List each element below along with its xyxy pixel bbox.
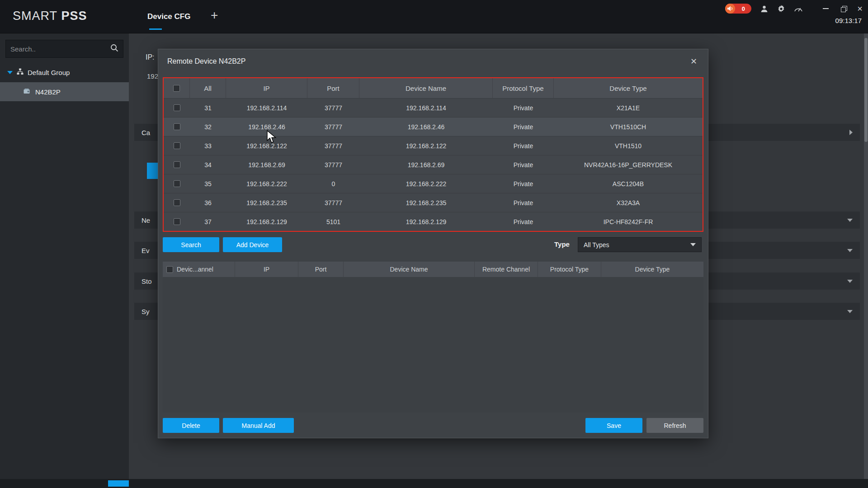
row-checkbox[interactable]: [174, 104, 180, 111]
cell-no: 34: [190, 161, 226, 169]
search-input[interactable]: [10, 45, 110, 53]
speaker-icon: [725, 4, 735, 14]
dialog-title: Remote Device N42B2P: [167, 57, 245, 66]
cell-no: 31: [190, 104, 226, 112]
bg-section-label: Sy: [142, 308, 150, 315]
search-icon: [110, 44, 118, 54]
cell-no: 35: [190, 180, 226, 188]
cell-ip: 192.168.2.69: [226, 161, 307, 169]
discovered-table-header: All IP Port Device Name Protocol Type De…: [164, 78, 703, 98]
row-checkbox[interactable]: [174, 142, 180, 149]
cell-name: 192.168.2.129: [359, 218, 493, 225]
cell-type: VTH1510: [554, 142, 703, 150]
col-device-type: Device Type: [601, 262, 703, 277]
tab-device-cfg[interactable]: Device CFG: [143, 0, 195, 33]
restore-button[interactable]: [839, 4, 848, 13]
device-row[interactable]: 37 192.168.2.129 5101 192.168.2.129 Priv…: [164, 212, 703, 231]
cell-protocol: Private: [493, 104, 554, 112]
sidebar-item-device-n42b2p[interactable]: N42B2P: [0, 82, 129, 101]
settings-gear-icon[interactable]: [777, 4, 786, 13]
cell-name: 192.168.2.222: [359, 180, 493, 188]
cell-type: X32A3A: [554, 199, 703, 206]
col-remote-channel: Remote Channel: [475, 262, 538, 277]
alarm-count: 0: [735, 5, 751, 12]
cell-protocol: Private: [493, 180, 554, 188]
refresh-button[interactable]: Refresh: [646, 418, 703, 433]
select-all-checkbox[interactable]: [173, 85, 180, 92]
cell-name: 192.168.2.114: [359, 104, 493, 112]
tab-label: Device CFG: [147, 12, 190, 21]
bg-section-label: Sto: [142, 277, 152, 285]
device-row[interactable]: 34 192.168.2.69 37777 192.168.2.69 Priva…: [164, 155, 703, 174]
col-protocol-type: Protocol Type: [538, 262, 601, 277]
cell-type: IPC-HF8242F-FR: [554, 218, 703, 225]
cell-name: 192.168.2.122: [359, 142, 493, 150]
scrollbar-thumb[interactable]: [864, 38, 868, 142]
clock-display: 09:13:17: [835, 17, 862, 24]
row-checkbox[interactable]: [174, 123, 180, 130]
cell-port: 37777: [307, 161, 359, 169]
col-ip: IP: [226, 78, 307, 98]
new-tab-button[interactable]: +: [211, 8, 218, 23]
device-row[interactable]: 36 192.168.2.235 37777 192.168.2.235 Pri…: [164, 193, 703, 212]
bg-section-label: Ev: [142, 247, 150, 254]
chevron-down-icon: [847, 219, 853, 222]
save-button[interactable]: Save: [585, 418, 642, 433]
device-row[interactable]: 32 192.168.2.46 37777 192.168.2.46 Priva…: [164, 117, 703, 136]
sidebar-search[interactable]: [5, 40, 123, 58]
cell-ip: 192.168.2.129: [226, 218, 307, 225]
cell-port: 37777: [307, 104, 359, 112]
group-icon: [17, 68, 24, 77]
cell-type: VTH1510CH: [554, 123, 703, 131]
type-dropdown-value: All Types: [584, 241, 609, 249]
col-port: Port: [298, 262, 344, 277]
cell-port: 5101: [307, 218, 359, 225]
cell-protocol: Private: [493, 218, 554, 225]
minimize-button[interactable]: [821, 4, 830, 13]
dashboard-gauge-icon[interactable]: [794, 4, 803, 13]
device-row[interactable]: 31 192.168.2.114 37777 192.168.2.114 Pri…: [164, 98, 703, 117]
bg-ip-value-partial: 192: [147, 72, 158, 80]
bg-section-label: Ne: [142, 216, 150, 224]
cell-type: X21A1E: [554, 104, 703, 112]
delete-button[interactable]: Delete: [163, 418, 219, 433]
add-device-button[interactable]: Add Device: [223, 237, 282, 252]
cell-protocol: Private: [493, 161, 554, 169]
dialog-close-button[interactable]: ✕: [689, 56, 699, 67]
cell-name: 192.168.2.235: [359, 199, 493, 206]
added-devices-empty-list: [163, 277, 703, 413]
search-button[interactable]: Search: [163, 237, 219, 252]
col-all: All: [190, 78, 226, 98]
cell-protocol: Private: [493, 199, 554, 206]
sidebar-item-default-group[interactable]: Default Group: [0, 62, 129, 82]
cell-port: 37777: [307, 199, 359, 206]
chevron-down-icon: [847, 249, 853, 252]
cell-name: 192.168.2.46: [359, 123, 493, 131]
col-ip: IP: [235, 262, 298, 277]
chevron-down-icon: [847, 280, 853, 283]
close-window-button[interactable]: ×: [857, 4, 863, 13]
row-checkbox[interactable]: [174, 199, 180, 206]
device-row[interactable]: 33 192.168.2.122 37777 192.168.2.122 Pri…: [164, 136, 703, 155]
bottom-status-bar: [0, 479, 868, 488]
cell-port: 0: [307, 180, 359, 188]
manual-add-button[interactable]: Manual Add: [223, 418, 294, 433]
bg-section-label: Ca: [142, 129, 150, 136]
row-checkbox[interactable]: [174, 161, 180, 168]
row-checkbox[interactable]: [174, 180, 180, 187]
col-protocol-type: Protocol Type: [493, 78, 554, 98]
cell-port: 37777: [307, 123, 359, 131]
type-dropdown[interactable]: All Types: [578, 237, 702, 252]
device-row[interactable]: 35 192.168.2.222 0 192.168.2.222 Private…: [164, 174, 703, 193]
cell-no: 37: [190, 218, 226, 225]
added-select-all-checkbox[interactable]: [166, 266, 173, 273]
vertical-scrollbar[interactable]: [864, 33, 868, 479]
discovered-devices-table: All IP Port Device Name Protocol Type De…: [163, 77, 703, 232]
col-device-name: Device Name: [359, 78, 493, 98]
chevron-right-icon: [849, 130, 853, 135]
row-checkbox[interactable]: [174, 218, 180, 225]
expand-arrow-icon[interactable]: [7, 71, 13, 74]
alarm-sound-badge[interactable]: 0: [725, 4, 751, 14]
cell-ip: 192.168.2.46: [226, 123, 307, 131]
user-icon[interactable]: [760, 4, 769, 13]
